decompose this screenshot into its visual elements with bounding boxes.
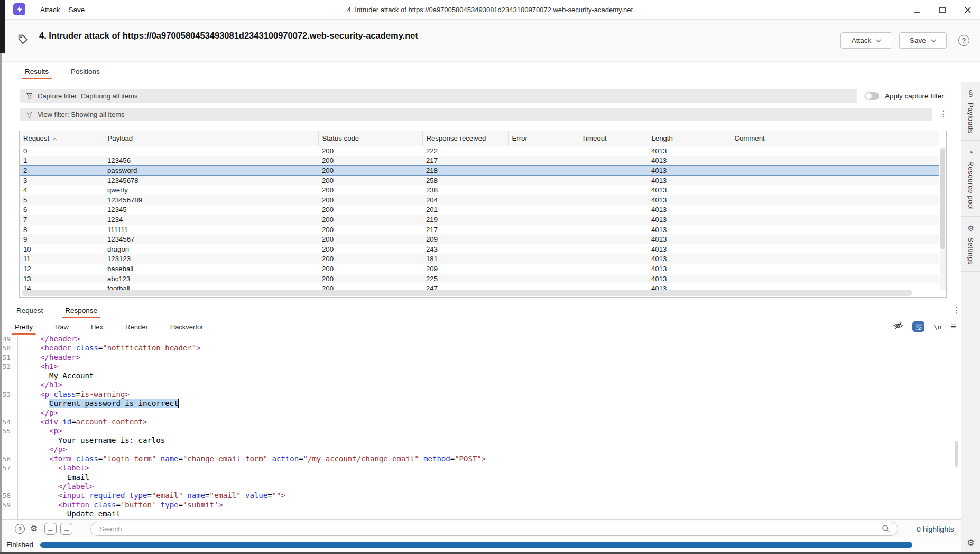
table-cell[interactable]: 6 [20,205,104,215]
table-cell[interactable] [508,195,578,205]
tab-response[interactable]: Response [65,307,97,319]
table-cell[interactable]: 200 [318,225,422,235]
table-cell[interactable] [578,165,648,176]
show-newlines-icon[interactable]: \n [933,323,942,331]
tab-render[interactable]: Render [125,323,148,335]
attack-dropdown-button[interactable]: Attack [840,32,892,49]
code-line[interactable]: Email [0,473,961,482]
table-cell[interactable]: 200 [318,146,422,156]
sidebar-settings-gear-icon[interactable]: ⚙ [961,533,980,552]
table-cell[interactable]: 5 [20,195,104,205]
table-cell[interactable]: 200 [318,176,422,186]
table-cell[interactable]: 4013 [648,185,731,195]
table-cell[interactable]: 200 [318,156,422,166]
column-header-response-received[interactable]: Response received [422,131,508,146]
table-cell[interactable]: 9 [20,234,104,244]
code-line[interactable]: </label> [0,482,961,491]
table-cell[interactable]: 200 [318,195,422,205]
table-cell[interactable]: 1 [20,156,104,166]
table-cell[interactable]: qwerty [104,185,318,195]
code-line[interactable]: 54 <div id=account-content> [0,418,961,427]
table-cell[interactable]: 217 [422,225,508,235]
code-line[interactable]: 52 <h1> [0,362,961,371]
table-cell[interactable]: 200 [318,244,422,254]
tab-positions[interactable]: Positions [71,68,100,80]
next-match-button[interactable]: → [60,523,72,535]
table-cell[interactable] [578,176,648,186]
table-cell[interactable]: 4013 [648,176,731,186]
column-header-timeout[interactable]: Timeout [578,131,648,146]
table-row[interactable]: 4qwerty2002384013 [20,185,939,195]
table-cell[interactable]: dragon [104,244,318,254]
code-line[interactable]: 49 </header> [0,335,961,344]
table-cell[interactable] [731,156,939,166]
table-cell[interactable]: 10 [20,244,104,254]
table-cell[interactable] [731,205,939,215]
table-cell[interactable] [508,165,578,176]
table-cell[interactable]: 4 [20,185,104,195]
table-row[interactable]: 712342002194013 [20,215,939,225]
hamburger-menu-icon[interactable]: ≡ [951,321,956,332]
table-row[interactable]: 51234567892002044013 [20,195,939,205]
capture-filter-bar[interactable]: Capture filter: Capturing all items [20,89,857,103]
table-cell[interactable]: 2 [20,165,104,176]
tab-hackvertor[interactable]: Hackvertor [170,323,204,335]
table-cell[interactable]: 4013 [648,156,731,166]
kebab-menu-icon[interactable]: ⋮ [939,110,948,118]
table-cell[interactable]: 218 [422,165,508,176]
table-cell[interactable] [508,234,578,244]
help-icon[interactable]: ? [958,35,969,46]
table-cell[interactable] [508,225,578,235]
table-row[interactable]: 2password2002184013 [20,165,939,176]
word-wrap-icon[interactable] [912,321,924,332]
table-cell[interactable]: 200 [318,215,422,225]
response-editor[interactable]: 49 </header>50 <header class="notificati… [0,335,961,519]
table-cell[interactable]: 225 [422,274,508,284]
table-cell[interactable]: 123456 [104,156,318,166]
table-cell[interactable]: 4013 [648,225,731,235]
table-cell[interactable]: 200 [318,254,422,264]
hide-icon[interactable] [893,321,903,332]
table-cell[interactable] [731,195,939,205]
table-cell[interactable]: 11 [20,254,104,264]
code-line[interactable]: 51 </header> [0,353,961,362]
table-cell[interactable]: 1234 [104,215,318,225]
code-line[interactable]: </p> [0,409,961,418]
view-filter-bar[interactable]: View filter: Showing all items [20,108,932,121]
code-line[interactable]: Your username is: carlos [0,436,961,445]
table-row[interactable]: 13abc1232002254013 [20,274,939,284]
table-vertical-scrollbar-thumb[interactable] [940,149,945,249]
table-cell[interactable] [578,225,648,235]
table-cell[interactable] [578,274,648,284]
table-cell[interactable]: 12 [20,264,104,274]
table-cell[interactable]: 12345678 [104,176,318,186]
table-cell[interactable] [578,234,648,244]
code-line[interactable]: Current password is incorrect [0,399,961,408]
table-cell[interactable] [578,215,648,225]
table-cell[interactable]: baseball [104,264,318,274]
table-cell[interactable] [508,264,578,274]
table-cell[interactable]: 4013 [648,195,731,205]
table-row[interactable]: 02002224013 [20,146,939,156]
table-cell[interactable] [731,274,939,284]
code-line[interactable]: 58 <input required type="email" name="em… [0,491,961,500]
table-cell[interactable]: 200 [318,205,422,215]
table-cell[interactable] [508,274,578,284]
sidebar-tab-settings[interactable]: ⚙Settings [961,217,980,272]
table-cell[interactable]: 222 [422,146,508,156]
table-cell[interactable] [731,244,939,254]
apply-capture-filter-toggle[interactable] [865,92,879,100]
maximize-button[interactable] [938,5,947,15]
search-input[interactable] [90,522,898,536]
search-help-icon[interactable]: ? [15,524,25,534]
table-cell[interactable] [508,176,578,186]
table-cell[interactable] [731,264,939,274]
code-line[interactable]: My Account [0,372,961,381]
table-cell[interactable] [731,176,939,186]
table-cell[interactable]: password [104,165,318,176]
table-cell[interactable] [731,234,939,244]
table-cell[interactable]: 123456789 [104,195,318,205]
table-cell[interactable]: 123123 [104,254,318,264]
table-cell[interactable] [508,215,578,225]
save-dropdown-button[interactable]: Save [899,32,947,49]
